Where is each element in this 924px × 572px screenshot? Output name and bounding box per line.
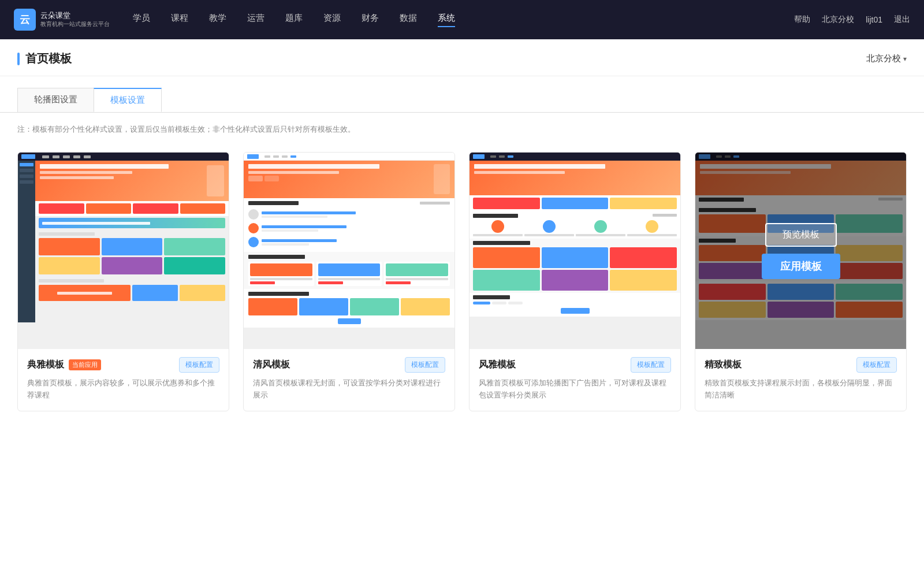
branch-label: 北京分校 xyxy=(866,53,901,64)
template-info-3: 风雅模板 模板配置 风雅首页模板可添加轮播图下广告图片，可对课程及课程包设置学科… xyxy=(470,349,680,411)
template-preview-1 xyxy=(18,153,229,349)
config-btn-4[interactable]: 模板配置 xyxy=(856,357,897,373)
nav-operations[interactable]: 运营 xyxy=(247,13,264,27)
nav-right: 帮助 北京分校 lijt01 退出 xyxy=(794,14,910,25)
template-info-1: 典雅模板 当前应用 模板配置 典雅首页模板，展示内容较多，可以展示优惠券和多个推… xyxy=(18,349,229,411)
nav-teaching[interactable]: 教学 xyxy=(209,13,226,27)
title-bar-accent xyxy=(17,53,20,65)
nav-logout[interactable]: 退出 xyxy=(894,14,910,25)
nav-system[interactable]: 系统 xyxy=(438,13,455,27)
template-preview-2 xyxy=(244,153,454,349)
template-name-row-1: 典雅模板 当前应用 模板配置 xyxy=(27,357,219,373)
branch-selector[interactable]: 北京分校 ▾ xyxy=(866,53,907,64)
nav-questions[interactable]: 题库 xyxy=(285,13,303,27)
template-card-3: 风雅模板 模板配置 风雅首页模板可添加轮播图下广告图片，可对课程及课程包设置学科… xyxy=(469,152,681,411)
nav-finance[interactable]: 财务 xyxy=(362,13,379,27)
page-header: 首页模板 北京分校 ▾ xyxy=(0,39,924,76)
navbar: 云 云朵课堂 教育机构一站式服务云平台 学员 课程 教学 运营 题库 资源 财务… xyxy=(0,0,924,39)
template-desc-2: 清风首页模板课程无封面，可设置按学科分类对课程进行展示 xyxy=(253,377,445,402)
template-card-4: 预览模板 应用模板 精致模板 模板配置 精致首页模板支持课程展示封面，各模板分隔… xyxy=(695,152,907,411)
template-card-2: 清风模板 模板配置 清风首页模板课程无封面，可设置按学科分类对课程进行展示 xyxy=(243,152,455,411)
nav-resources[interactable]: 资源 xyxy=(323,13,341,27)
config-btn-3[interactable]: 模板配置 xyxy=(631,357,671,373)
page-title: 首页模板 xyxy=(25,51,72,66)
template-name-row-4: 精致模板 模板配置 xyxy=(705,357,897,373)
template-name-1: 典雅模板 xyxy=(27,359,64,371)
template-name-3: 风雅模板 xyxy=(479,359,516,371)
preview-template-btn[interactable]: 预览模板 xyxy=(765,223,837,247)
mockup-nav xyxy=(18,153,229,161)
apply-template-btn[interactable]: 应用模板 xyxy=(762,254,840,279)
template-mockup-3 xyxy=(470,153,680,349)
template-card-1: 典雅模板 当前应用 模板配置 典雅首页模板，展示内容较多，可以展示优惠券和多个推… xyxy=(17,152,229,411)
template-name-row-3: 风雅模板 模板配置 xyxy=(479,357,671,373)
template-mockup-2 xyxy=(244,153,454,349)
template-desc-4: 精致首页模板支持课程展示封面，各模板分隔明显，界面简洁清晰 xyxy=(705,377,897,402)
current-badge-1: 当前应用 xyxy=(69,359,101,370)
tab-template[interactable]: 模板设置 xyxy=(94,88,162,112)
template-name-2: 清风模板 xyxy=(253,359,290,371)
templates-grid: 典雅模板 当前应用 模板配置 典雅首页模板，展示内容较多，可以展示优惠券和多个推… xyxy=(0,140,924,434)
template-desc-1: 典雅首页模板，展示内容较多，可以展示优惠券和多个推荐课程 xyxy=(27,377,219,402)
template-desc-3: 风雅首页模板可添加轮播图下广告图片，可对课程及课程包设置学科分类展示 xyxy=(479,377,671,402)
template-overlay-4: 预览模板 应用模板 xyxy=(695,153,906,349)
template-mockup-1 xyxy=(18,153,229,349)
nav-help[interactable]: 帮助 xyxy=(794,14,810,25)
logo-text-block: 云朵课堂 教育机构一站式服务云平台 xyxy=(40,11,110,29)
config-btn-2[interactable]: 模板配置 xyxy=(405,357,445,373)
template-info-2: 清风模板 模板配置 清风首页模板课程无封面，可设置按学科分类对课程进行展示 xyxy=(244,349,454,411)
chevron-down-icon: ▾ xyxy=(903,55,907,63)
nav-data[interactable]: 数据 xyxy=(400,13,417,27)
tab-carousel[interactable]: 轮播图设置 xyxy=(17,88,94,112)
nav-items: 学员 课程 教学 运营 题库 资源 财务 数据 系统 xyxy=(133,13,794,27)
nav-user[interactable]: lijt01 xyxy=(866,15,882,24)
logo-name: 云朵课堂 xyxy=(40,11,110,21)
logo[interactable]: 云 云朵课堂 教育机构一站式服务云平台 xyxy=(14,9,110,31)
config-btn-1[interactable]: 模板配置 xyxy=(179,357,219,373)
nav-branch[interactable]: 北京分校 xyxy=(822,14,854,25)
nav-courses[interactable]: 课程 xyxy=(171,13,188,27)
template-info-4: 精致模板 模板配置 精致首页模板支持课程展示封面，各模板分隔明显，界面简洁清晰 xyxy=(695,349,906,411)
template-name-row-2: 清风模板 模板配置 xyxy=(253,357,445,373)
page-title-wrap: 首页模板 xyxy=(17,51,72,66)
logo-subtitle: 教育机构一站式服务云平台 xyxy=(40,20,110,28)
tabs-container: 轮播图设置 模板设置 xyxy=(0,76,924,113)
logo-icon: 云 xyxy=(14,9,36,31)
page-container: 首页模板 北京分校 ▾ 轮播图设置 模板设置 注：模板有部分个性化样式设置，设置… xyxy=(0,39,924,572)
nav-students[interactable]: 学员 xyxy=(133,13,150,27)
template-preview-3 xyxy=(470,153,680,349)
template-name-4: 精致模板 xyxy=(705,359,742,371)
note-text: 注：模板有部分个性化样式设置，设置后仅当前模板生效；非个性化样式设置后只针对所有… xyxy=(0,113,924,140)
template-preview-4: 预览模板 应用模板 xyxy=(695,153,906,349)
